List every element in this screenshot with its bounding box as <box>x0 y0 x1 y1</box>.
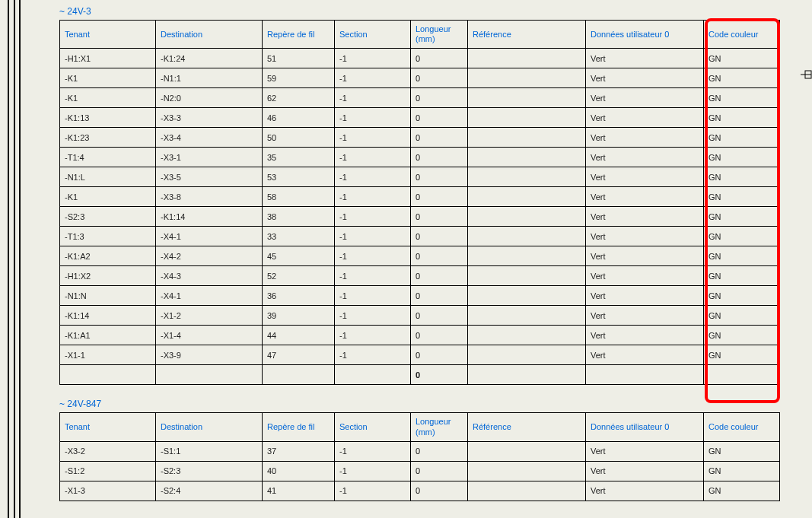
cell-ref <box>468 481 586 501</box>
cell-code: GN <box>704 326 780 345</box>
cell-long: 0 <box>411 148 468 167</box>
table-row: -N1:L-X3-553-10VertGN <box>60 167 780 187</box>
cell-dest: -X3-4 <box>156 128 263 148</box>
cell-rep: 62 <box>263 88 335 108</box>
column-header: Code couleur <box>704 413 780 441</box>
cell-long: 0 <box>411 326 468 345</box>
cell-long: 0 <box>411 227 468 246</box>
cell-long: 0 <box>411 345 468 365</box>
table-row: -K1:23-X3-450-10VertGN <box>60 128 780 148</box>
cell-code: GN <box>704 345 780 365</box>
cell-dest: -X3-5 <box>156 167 263 187</box>
cell-rep: 46 <box>263 108 335 128</box>
column-header: Section <box>335 21 411 49</box>
wire-table: TenantDestinationRepère de filSectionLon… <box>59 20 780 385</box>
table-row: -K1-N2:062-10VertGN <box>60 88 780 108</box>
cell-dest: -K1:24 <box>156 49 263 68</box>
cell-ref <box>468 266 586 286</box>
cell-tenant: -X1-1 <box>60 345 156 365</box>
cell-code: GN <box>704 167 780 187</box>
cell-tenant: -K1 <box>60 68 156 88</box>
cell-u0: Vert <box>586 246 704 266</box>
table-row: -T1:3-X4-133-10VertGN <box>60 227 780 246</box>
cell-code: GN <box>704 266 780 286</box>
table-row: -K1-N1:159-10VertGN <box>60 68 780 88</box>
cell-rep: 40 <box>263 461 335 481</box>
cell-rep: 50 <box>263 128 335 148</box>
cell-rep: 39 <box>263 306 335 326</box>
page-border-line <box>14 0 15 518</box>
cell-rep: 38 <box>263 207 335 227</box>
table-row: -X1-1-X3-947-10VertGN <box>60 345 780 365</box>
column-header: Longueur(mm) <box>411 21 468 49</box>
cell-u0: Vert <box>586 148 704 167</box>
cell-long: 0 <box>411 266 468 286</box>
cell-rep: 33 <box>263 227 335 246</box>
cell-sec: -1 <box>335 148 411 167</box>
cell-dest: -S2:4 <box>156 481 263 501</box>
cell-u0: Vert <box>586 108 704 128</box>
cell-sec: -1 <box>335 128 411 148</box>
cell-ref <box>468 148 586 167</box>
cell-long: 0 <box>411 481 468 501</box>
cell-sec: -1 <box>335 481 411 501</box>
cell-tenant: -K1:A1 <box>60 326 156 345</box>
cell-u0: Vert <box>586 49 704 68</box>
cell-code: GN <box>704 49 780 68</box>
column-header: Repère de fil <box>263 413 335 441</box>
cell-ref <box>468 227 586 246</box>
cell-u0: Vert <box>586 207 704 227</box>
table-row: -K1:14-X1-239-10VertGN <box>60 306 780 326</box>
cell-ref <box>468 49 586 68</box>
wire-table: TenantDestinationRepère de filSectionLon… <box>59 412 780 501</box>
cell-long: 0 <box>411 88 468 108</box>
cell-code: GN <box>704 68 780 88</box>
column-header: Longueur(mm) <box>411 413 468 441</box>
cell-tenant: -X1-3 <box>60 481 156 501</box>
cell-ref <box>468 326 586 345</box>
cell-rep: 44 <box>263 326 335 345</box>
cell-ref <box>468 187 586 207</box>
cell-sec: -1 <box>335 167 411 187</box>
page-border-line <box>8 0 9 518</box>
cell-dest <box>156 365 263 385</box>
column-header: Tenant <box>60 413 156 441</box>
cell-long: 0 <box>411 108 468 128</box>
column-header: Destination <box>156 21 263 49</box>
cell-code: GN <box>704 246 780 266</box>
cell-u0: Vert <box>586 266 704 286</box>
cell-u0: Vert <box>586 306 704 326</box>
cell-code: GN <box>704 148 780 167</box>
cell-long: 0 <box>411 365 468 385</box>
table-row: -S2:3-K1:1438-10VertGN <box>60 207 780 227</box>
cell-tenant <box>60 365 156 385</box>
cell-u0: Vert <box>586 481 704 501</box>
cell-rep: 41 <box>263 481 335 501</box>
cell-rep: 35 <box>263 148 335 167</box>
table-row: -H1:X1-K1:2451-10VertGN <box>60 49 780 68</box>
cell-tenant: -K1:13 <box>60 108 156 128</box>
table-row: -X1-3-S2:441-10VertGN <box>60 481 780 501</box>
cell-u0: Vert <box>586 68 704 88</box>
cell-long: 0 <box>411 49 468 68</box>
table-row: -K1-X3-858-10VertGN <box>60 187 780 207</box>
column-header: Référence <box>468 21 586 49</box>
cell-dest: -X4-1 <box>156 227 263 246</box>
cell-tenant: -S1:2 <box>60 461 156 481</box>
cell-ref <box>468 128 586 148</box>
cell-long: 0 <box>411 187 468 207</box>
cell-u0: Vert <box>586 326 704 345</box>
cell-dest: -N2:0 <box>156 88 263 108</box>
cell-tenant: -T1:4 <box>60 148 156 167</box>
table-row: -K1:13-X3-346-10VertGN <box>60 108 780 128</box>
cell-sec: -1 <box>335 207 411 227</box>
column-header: Destination <box>156 413 263 441</box>
cell-tenant: -H1:X2 <box>60 266 156 286</box>
cell-dest: -X4-2 <box>156 246 263 266</box>
cell-ref <box>468 345 586 365</box>
cell-rep: 51 <box>263 49 335 68</box>
cell-u0: Vert <box>586 286 704 306</box>
cell-u0: Vert <box>586 227 704 246</box>
cell-ref <box>468 365 586 385</box>
column-header: Référence <box>468 413 586 441</box>
